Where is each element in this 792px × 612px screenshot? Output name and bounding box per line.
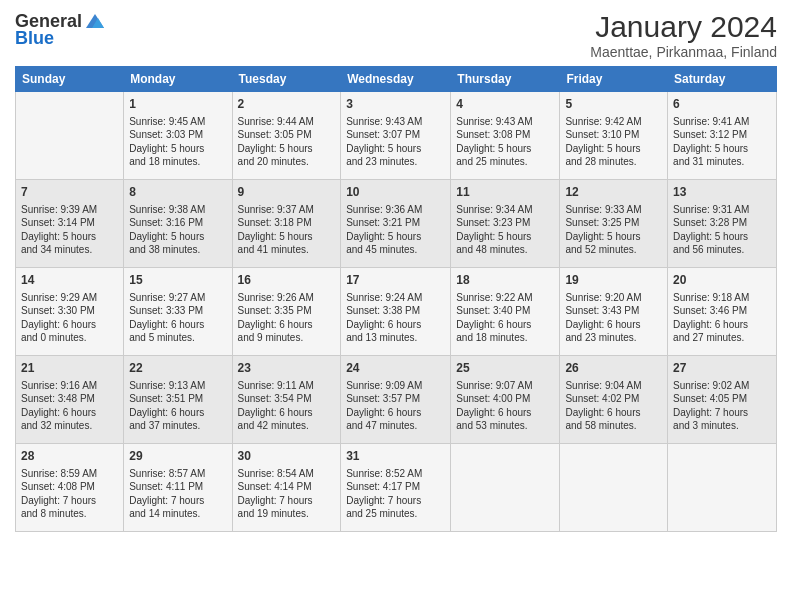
calendar-cell: 27Sunrise: 9:02 AM Sunset: 4:05 PM Dayli… [668, 356, 777, 444]
weekday-header: Thursday [451, 67, 560, 92]
calendar-cell [451, 444, 560, 532]
calendar-cell: 28Sunrise: 8:59 AM Sunset: 4:08 PM Dayli… [16, 444, 124, 532]
day-info: Sunrise: 8:59 AM Sunset: 4:08 PM Dayligh… [21, 467, 118, 521]
day-info: Sunrise: 9:45 AM Sunset: 3:03 PM Dayligh… [129, 115, 226, 169]
day-number: 22 [129, 360, 226, 377]
day-number: 20 [673, 272, 771, 289]
day-info: Sunrise: 9:02 AM Sunset: 4:05 PM Dayligh… [673, 379, 771, 433]
day-info: Sunrise: 9:38 AM Sunset: 3:16 PM Dayligh… [129, 203, 226, 257]
day-info: Sunrise: 9:39 AM Sunset: 3:14 PM Dayligh… [21, 203, 118, 257]
day-info: Sunrise: 9:16 AM Sunset: 3:48 PM Dayligh… [21, 379, 118, 433]
day-number: 2 [238, 96, 336, 113]
calendar-cell: 7Sunrise: 9:39 AM Sunset: 3:14 PM Daylig… [16, 180, 124, 268]
page-subtitle: Maenttae, Pirkanmaa, Finland [590, 44, 777, 60]
day-info: Sunrise: 9:24 AM Sunset: 3:38 PM Dayligh… [346, 291, 445, 345]
weekday-header: Sunday [16, 67, 124, 92]
day-number: 23 [238, 360, 336, 377]
calendar-cell: 15Sunrise: 9:27 AM Sunset: 3:33 PM Dayli… [124, 268, 232, 356]
day-number: 6 [673, 96, 771, 113]
day-info: Sunrise: 9:18 AM Sunset: 3:46 PM Dayligh… [673, 291, 771, 345]
calendar-cell: 10Sunrise: 9:36 AM Sunset: 3:21 PM Dayli… [341, 180, 451, 268]
weekday-header: Monday [124, 67, 232, 92]
weekday-header: Tuesday [232, 67, 341, 92]
calendar-cell: 23Sunrise: 9:11 AM Sunset: 3:54 PM Dayli… [232, 356, 341, 444]
calendar-cell: 21Sunrise: 9:16 AM Sunset: 3:48 PM Dayli… [16, 356, 124, 444]
day-number: 11 [456, 184, 554, 201]
day-number: 14 [21, 272, 118, 289]
calendar-cell [560, 444, 668, 532]
calendar-cell: 20Sunrise: 9:18 AM Sunset: 3:46 PM Dayli… [668, 268, 777, 356]
calendar-cell: 29Sunrise: 8:57 AM Sunset: 4:11 PM Dayli… [124, 444, 232, 532]
logo-blue: Blue [15, 28, 54, 49]
calendar-cell: 24Sunrise: 9:09 AM Sunset: 3:57 PM Dayli… [341, 356, 451, 444]
calendar-week: 21Sunrise: 9:16 AM Sunset: 3:48 PM Dayli… [16, 356, 777, 444]
calendar-cell: 11Sunrise: 9:34 AM Sunset: 3:23 PM Dayli… [451, 180, 560, 268]
day-number: 5 [565, 96, 662, 113]
calendar-week: 14Sunrise: 9:29 AM Sunset: 3:30 PM Dayli… [16, 268, 777, 356]
calendar-cell: 16Sunrise: 9:26 AM Sunset: 3:35 PM Dayli… [232, 268, 341, 356]
calendar-cell: 13Sunrise: 9:31 AM Sunset: 3:28 PM Dayli… [668, 180, 777, 268]
day-number: 12 [565, 184, 662, 201]
page-title: January 2024 [590, 10, 777, 44]
calendar-cell: 8Sunrise: 9:38 AM Sunset: 3:16 PM Daylig… [124, 180, 232, 268]
day-number: 28 [21, 448, 118, 465]
calendar-cell [668, 444, 777, 532]
day-number: 29 [129, 448, 226, 465]
calendar-cell: 26Sunrise: 9:04 AM Sunset: 4:02 PM Dayli… [560, 356, 668, 444]
calendar-week: 28Sunrise: 8:59 AM Sunset: 4:08 PM Dayli… [16, 444, 777, 532]
header: General Blue January 2024 Maenttae, Pirk… [15, 10, 777, 60]
day-number: 19 [565, 272, 662, 289]
calendar-cell: 17Sunrise: 9:24 AM Sunset: 3:38 PM Dayli… [341, 268, 451, 356]
day-info: Sunrise: 9:36 AM Sunset: 3:21 PM Dayligh… [346, 203, 445, 257]
weekday-header: Wednesday [341, 67, 451, 92]
day-info: Sunrise: 9:26 AM Sunset: 3:35 PM Dayligh… [238, 291, 336, 345]
day-number: 1 [129, 96, 226, 113]
calendar-cell: 30Sunrise: 8:54 AM Sunset: 4:14 PM Dayli… [232, 444, 341, 532]
logo-icon [84, 10, 106, 32]
day-number: 13 [673, 184, 771, 201]
weekday-header: Saturday [668, 67, 777, 92]
day-info: Sunrise: 9:20 AM Sunset: 3:43 PM Dayligh… [565, 291, 662, 345]
day-number: 25 [456, 360, 554, 377]
calendar-cell: 31Sunrise: 8:52 AM Sunset: 4:17 PM Dayli… [341, 444, 451, 532]
day-number: 9 [238, 184, 336, 201]
day-info: Sunrise: 9:41 AM Sunset: 3:12 PM Dayligh… [673, 115, 771, 169]
calendar-cell: 6Sunrise: 9:41 AM Sunset: 3:12 PM Daylig… [668, 92, 777, 180]
day-info: Sunrise: 9:44 AM Sunset: 3:05 PM Dayligh… [238, 115, 336, 169]
calendar-week: 1Sunrise: 9:45 AM Sunset: 3:03 PM Daylig… [16, 92, 777, 180]
calendar-cell: 14Sunrise: 9:29 AM Sunset: 3:30 PM Dayli… [16, 268, 124, 356]
day-number: 18 [456, 272, 554, 289]
day-info: Sunrise: 9:04 AM Sunset: 4:02 PM Dayligh… [565, 379, 662, 433]
day-number: 10 [346, 184, 445, 201]
title-block: January 2024 Maenttae, Pirkanmaa, Finlan… [590, 10, 777, 60]
day-number: 24 [346, 360, 445, 377]
calendar-cell: 25Sunrise: 9:07 AM Sunset: 4:00 PM Dayli… [451, 356, 560, 444]
calendar-cell: 9Sunrise: 9:37 AM Sunset: 3:18 PM Daylig… [232, 180, 341, 268]
day-number: 15 [129, 272, 226, 289]
calendar-cell: 4Sunrise: 9:43 AM Sunset: 3:08 PM Daylig… [451, 92, 560, 180]
calendar-week: 7Sunrise: 9:39 AM Sunset: 3:14 PM Daylig… [16, 180, 777, 268]
day-info: Sunrise: 9:33 AM Sunset: 3:25 PM Dayligh… [565, 203, 662, 257]
weekday-header: Friday [560, 67, 668, 92]
day-number: 17 [346, 272, 445, 289]
day-info: Sunrise: 9:43 AM Sunset: 3:08 PM Dayligh… [456, 115, 554, 169]
day-info: Sunrise: 9:27 AM Sunset: 3:33 PM Dayligh… [129, 291, 226, 345]
day-number: 16 [238, 272, 336, 289]
calendar-cell: 5Sunrise: 9:42 AM Sunset: 3:10 PM Daylig… [560, 92, 668, 180]
calendar-cell: 2Sunrise: 9:44 AM Sunset: 3:05 PM Daylig… [232, 92, 341, 180]
day-info: Sunrise: 9:07 AM Sunset: 4:00 PM Dayligh… [456, 379, 554, 433]
day-info: Sunrise: 9:29 AM Sunset: 3:30 PM Dayligh… [21, 291, 118, 345]
day-info: Sunrise: 9:31 AM Sunset: 3:28 PM Dayligh… [673, 203, 771, 257]
page-container: General Blue January 2024 Maenttae, Pirk… [0, 0, 792, 542]
calendar-cell: 1Sunrise: 9:45 AM Sunset: 3:03 PM Daylig… [124, 92, 232, 180]
calendar-cell: 18Sunrise: 9:22 AM Sunset: 3:40 PM Dayli… [451, 268, 560, 356]
calendar-cell: 22Sunrise: 9:13 AM Sunset: 3:51 PM Dayli… [124, 356, 232, 444]
day-info: Sunrise: 9:09 AM Sunset: 3:57 PM Dayligh… [346, 379, 445, 433]
day-info: Sunrise: 9:43 AM Sunset: 3:07 PM Dayligh… [346, 115, 445, 169]
calendar-cell: 12Sunrise: 9:33 AM Sunset: 3:25 PM Dayli… [560, 180, 668, 268]
calendar-cell: 19Sunrise: 9:20 AM Sunset: 3:43 PM Dayli… [560, 268, 668, 356]
day-number: 27 [673, 360, 771, 377]
day-number: 31 [346, 448, 445, 465]
day-info: Sunrise: 9:22 AM Sunset: 3:40 PM Dayligh… [456, 291, 554, 345]
day-number: 8 [129, 184, 226, 201]
